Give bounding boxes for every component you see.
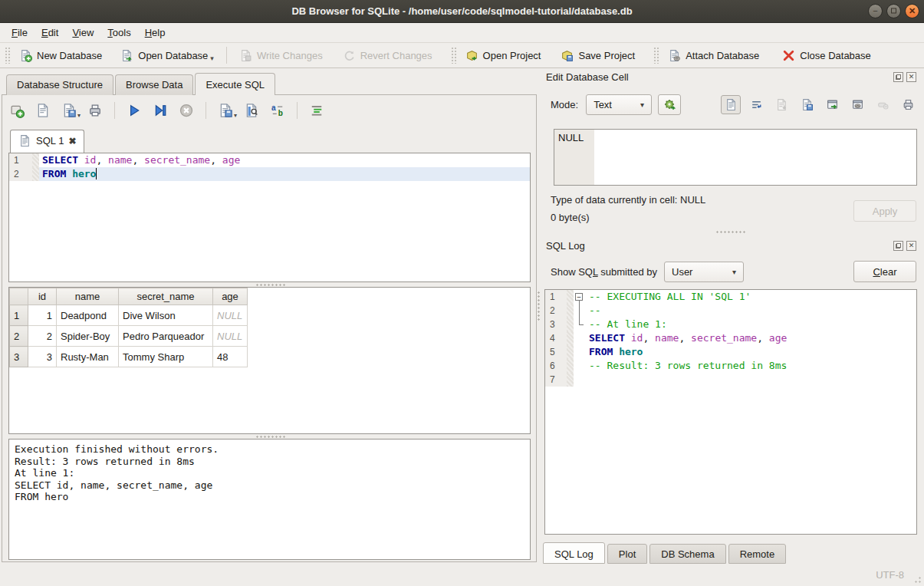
maximize-button[interactable] (886, 4, 901, 18)
fold-marker (574, 345, 586, 359)
new-database-button[interactable]: New Database (13, 46, 108, 65)
text-mode-button[interactable] (721, 95, 741, 114)
cell-id[interactable]: 2 (28, 326, 57, 347)
column-header-id[interactable]: id (28, 288, 57, 305)
find-replace-button[interactable]: ab (269, 102, 286, 119)
cell-secret-name[interactable]: Pedro Parqueador (119, 326, 213, 347)
open-database-icon (120, 49, 133, 62)
export-results-button[interactable]: ▾ (217, 102, 234, 119)
row-header[interactable]: 3 (10, 347, 28, 367)
new-sql-tab-button[interactable] (8, 102, 25, 119)
revert-changes-button[interactable]: Revert Changes (337, 46, 439, 65)
sql-log-view[interactable]: 1−-- EXECUTING ALL IN 'SQL 1' 2-- 3-- At… (544, 289, 917, 535)
apply-button[interactable]: Apply (853, 200, 916, 222)
row-header[interactable]: 2 (10, 326, 28, 347)
open-external-button[interactable] (822, 95, 842, 114)
cell-value: NULL (554, 130, 594, 185)
auto-apply-button[interactable] (658, 94, 681, 115)
toolbar-drag-handle[interactable] (653, 47, 659, 64)
bottom-tab-db-schema[interactable]: DB Schema (649, 544, 725, 564)
toolbar-drag-handle[interactable] (451, 47, 456, 64)
stop-execution-button[interactable] (178, 102, 195, 119)
print-sql-button[interactable] (87, 102, 104, 119)
float-dock-icon[interactable] (893, 72, 903, 82)
menu-tools[interactable]: Tools (100, 24, 137, 41)
write-changes-button[interactable]: Write Changes (233, 46, 329, 65)
cell-name[interactable]: Deadpond (57, 305, 119, 326)
fold-marker[interactable]: − (574, 290, 586, 304)
editor-line[interactable]: 1SELECT id, name, secret_name, age (9, 153, 530, 167)
cell-secret-name[interactable]: Dive Wilson (119, 305, 213, 326)
find-button[interactable] (243, 102, 260, 119)
close-dock-icon[interactable]: ✕ (906, 72, 916, 82)
import-data-button[interactable] (771, 95, 791, 114)
sql-document-tab[interactable]: SQL 1 ✖ (10, 130, 84, 153)
mode-combo[interactable]: Text ▾ (586, 94, 652, 115)
save-sql-file-button[interactable]: ▾ (61, 102, 77, 119)
log-line[interactable]: 7 (545, 373, 916, 387)
format-sql-button[interactable] (308, 102, 325, 119)
close-sql-tab-icon[interactable]: ✖ (68, 136, 76, 146)
cell-id[interactable]: 1 (28, 305, 57, 326)
tab-database-structure[interactable]: Database Structure (6, 74, 113, 95)
sql-log-toolbar: Show SQL submitted by User ▾ Clear (551, 260, 918, 283)
tab-execute-sql[interactable]: Execute SQL (195, 73, 275, 95)
cell-age[interactable]: 48 (213, 347, 248, 367)
log-line[interactable]: 2-- (545, 304, 916, 318)
export-data-button[interactable] (797, 95, 817, 114)
open-database-dropdown-icon[interactable]: ▾ (210, 55, 214, 62)
cell-id[interactable]: 3 (28, 347, 57, 367)
float-dock-icon[interactable] (893, 241, 903, 251)
open-sql-file-button[interactable] (35, 102, 51, 119)
resize-grip[interactable] (912, 574, 922, 584)
menu-view[interactable]: View (65, 24, 100, 41)
menu-edit[interactable]: Edit (35, 24, 65, 41)
cell-value-editor[interactable]: NULL (554, 129, 917, 186)
toolbar-drag-handle[interactable] (5, 47, 10, 64)
cell-name[interactable]: Spider-Boy (57, 326, 119, 347)
open-database-button[interactable]: Open Database ▾ (114, 46, 220, 65)
cell-age[interactable]: NULL (213, 305, 248, 326)
open-project-button[interactable]: Open Project (459, 46, 547, 65)
bottom-tab-remote[interactable]: Remote (728, 544, 787, 564)
execution-message-area[interactable]: Execution finished without errors.Result… (8, 439, 531, 560)
column-header-name[interactable]: name (57, 288, 119, 305)
editor-line[interactable]: 2FROM hero (9, 167, 530, 181)
set-null-button[interactable] (873, 95, 893, 114)
clear-log-button[interactable]: Clear (853, 261, 916, 282)
log-line[interactable]: 4SELECT id, name, secret_name, age (545, 331, 916, 345)
panel-splitter[interactable] (537, 291, 541, 321)
close-button[interactable]: ✕ (905, 4, 919, 18)
attach-database-button[interactable]: Attach Database (662, 46, 765, 65)
corner-header[interactable] (10, 288, 28, 305)
cell-secret-name[interactable]: Tommy Sharp (119, 347, 213, 367)
minimize-button[interactable]: − (868, 4, 883, 18)
menu-help[interactable]: Help (138, 24, 173, 41)
fold-margin (567, 290, 574, 304)
cell-age[interactable]: NULL (213, 326, 248, 347)
cell-name[interactable]: Rusty-Man (57, 347, 119, 367)
row-header[interactable]: 1 (10, 305, 28, 326)
tab-browse-data[interactable]: Browse Data (115, 74, 193, 95)
column-header-secret-name[interactable]: secret_name (119, 288, 213, 305)
titlebar[interactable]: DB Browser for SQLite - /home/user/code/… (0, 0, 924, 23)
close-database-button[interactable]: Close Database (776, 46, 877, 65)
bottom-tab-plot[interactable]: Plot (607, 544, 647, 564)
column-header-age[interactable]: age (213, 288, 248, 305)
print-cell-button[interactable] (898, 95, 918, 114)
word-wrap-button[interactable] (746, 95, 766, 114)
link-button[interactable] (847, 95, 867, 114)
execute-all-button[interactable] (126, 102, 143, 119)
log-line[interactable]: 1−-- EXECUTING ALL IN 'SQL 1' (545, 290, 916, 304)
sql-editor[interactable]: 1SELECT id, name, secret_name, age 2FROM… (8, 153, 531, 282)
log-line[interactable]: 3-- At line 1: (545, 318, 916, 331)
save-project-button[interactable]: Save Project (554, 46, 641, 65)
close-dock-icon[interactable]: ✕ (906, 241, 916, 251)
bottom-tab-sql-log[interactable]: SQL Log (543, 542, 605, 564)
log-line[interactable]: 6-- Result: 3 rows returned in 8ms (545, 359, 916, 373)
dock-splitter[interactable] (715, 230, 746, 234)
execute-current-line-button[interactable] (152, 102, 169, 119)
menu-file[interactable]: File (5, 24, 35, 41)
log-line[interactable]: 5FROM hero (545, 345, 916, 359)
submitted-by-combo[interactable]: User ▾ (664, 262, 744, 282)
